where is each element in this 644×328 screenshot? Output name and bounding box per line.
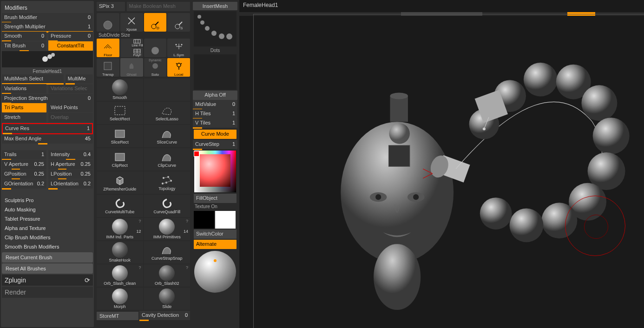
sphere-view-tool[interactable] <box>144 39 167 57</box>
v-aperture-slider[interactable]: V Aperture 0.25 <box>2 160 46 169</box>
color-picker[interactable] <box>194 150 237 193</box>
reset-all-brushes-button[interactable]: Reset All Brushes <box>2 263 93 274</box>
smooth-slider[interactable]: Smooth 0 <box>2 32 46 41</box>
lsym-tool[interactable]: L.Sym <box>167 39 190 57</box>
brush-morph[interactable]: Morph <box>97 288 143 310</box>
brush-imm-primitives[interactable]: ?14IMM Primitives <box>144 218 191 240</box>
weld-points-button[interactable]: Weld Points <box>48 103 93 112</box>
overlap-button[interactable]: Overlap <box>48 113 93 122</box>
midvalue-slider[interactable]: MidValue 0 <box>193 100 237 109</box>
lposition-slider[interactable]: LPosition 0.25 <box>48 170 93 179</box>
htiles-slider[interactable]: H Tiles 1 <box>193 109 237 118</box>
mesh-thumbnail[interactable] <box>2 51 93 67</box>
brush-clipcurve[interactable]: ClipCurve <box>144 148 191 171</box>
curve-mode-button[interactable]: Curve Mode <box>194 130 237 139</box>
reset-current-brush-button[interactable]: Reset Current Brush <box>2 252 93 262</box>
ghost-tool[interactable]: Ghost <box>120 58 143 77</box>
curve-step-slider[interactable]: CurveStep 1 <box>193 140 237 149</box>
help-icon[interactable]: ? <box>186 265 188 270</box>
brush-smooth[interactable]: Smooth <box>97 79 143 101</box>
gorientation-slider[interactable]: GOrientation 0.2 <box>2 179 46 189</box>
projection-strength-slider[interactable]: Projection Strength 0 <box>2 94 93 103</box>
multimesh-select-r[interactable]: MultiMe <box>66 74 93 84</box>
brush-selectrect[interactable]: SelectRect <box>97 102 143 124</box>
curve-res-slider[interactable]: Curve Res 1 <box>3 124 92 133</box>
material-sphere[interactable] <box>194 251 236 293</box>
brush-curvequadfill[interactable]: CurveQuadFill <box>144 195 191 217</box>
switch-color-button[interactable]: SwitchColor <box>194 230 237 239</box>
solo-tool[interactable]: Dynamic Solo <box>144 58 167 77</box>
brush-selectlasso[interactable]: SelectLasso <box>144 102 191 124</box>
auto-masking-section[interactable]: Auto Masking <box>2 205 93 214</box>
linefill-polyf-tool[interactable]: Line Fill PolyF <box>120 39 143 57</box>
brush-zremesherguide[interactable]: ZRemesherGuide <box>97 171 143 194</box>
fill-object-button[interactable]: FillObject <box>194 194 237 203</box>
vtiles-slider[interactable]: V Tiles 1 <box>193 118 237 128</box>
tablet-pressure-section[interactable]: Tablet Pressure <box>2 214 93 223</box>
texture-swatch-black[interactable] <box>194 211 214 229</box>
alpha-texture-section[interactable]: Alpha and Texture <box>2 223 93 233</box>
intensity-slider[interactable]: Intensity 0.4 <box>48 150 93 159</box>
brush-slide[interactable]: Slide <box>144 288 191 310</box>
value: 0 <box>88 14 91 20</box>
brush-modifier-slider[interactable]: Brush Modifier 0 <box>2 13 93 22</box>
strength-multiplier-slider[interactable]: Strength Multiplier 1 <box>2 22 93 32</box>
smooth-brush-modifiers-section[interactable]: Smooth Brush Modifiers <box>2 242 93 251</box>
stroke-preview[interactable] <box>194 11 237 46</box>
brush-curvemultitube[interactable]: CurveMultiTube <box>97 195 143 217</box>
alpha-off-button[interactable]: Alpha Off <box>193 91 237 100</box>
max-bend-angle-slider[interactable]: Max Bend Angle 45 <box>2 134 93 144</box>
brush-cliprect[interactable]: ClipRect <box>97 148 143 171</box>
brush-topology[interactable]: Topology <box>144 171 191 194</box>
tilt-brush-slider[interactable]: Tilt Brush 0 <box>2 41 46 51</box>
brush-slicerect[interactable]: SliceRect <box>97 125 143 147</box>
edit-d-tool[interactable]: D <box>144 13 167 32</box>
brush-curvestrapsnap[interactable]: CurveStrapSnap <box>144 241 191 263</box>
multimesh-select-slider[interactable]: MultiMesh Select <box>2 74 64 84</box>
local-tool[interactable]: Local <box>167 58 190 77</box>
store-mt-button[interactable]: StoreMT <box>97 312 138 320</box>
pressure-slider[interactable]: Pressure 0 <box>48 32 93 41</box>
svg-point-45 <box>593 118 630 154</box>
viewport-3d[interactable] <box>253 14 644 328</box>
h-aperture-slider[interactable]: H Aperture 0.25 <box>48 160 93 169</box>
alpha-preview[interactable] <box>194 54 237 90</box>
svg-point-35 <box>390 92 407 99</box>
transp-tool[interactable]: Transp <box>97 58 119 77</box>
color-swatch[interactable] <box>194 151 199 157</box>
variations-slider[interactable]: Variations <box>2 84 46 93</box>
floor-tool[interactable]: Floor <box>97 39 119 57</box>
cavity-detection-slider[interactable]: Cavity Detection 0 <box>139 311 190 320</box>
sculptris-pro-section[interactable]: Sculptris Pro <box>2 196 93 205</box>
insert-mesh-button[interactable]: InsertMesh <box>193 2 237 10</box>
xpose-tool[interactable]: Xpose <box>120 13 143 32</box>
brush-imm-ind--parts[interactable]: ?12IMM Ind. Parts <box>97 218 143 240</box>
texture-swatch-white[interactable] <box>215 211 236 229</box>
make-boolean-mesh-button[interactable]: Make Boolean Mesh <box>127 2 190 11</box>
help-icon[interactable]: ? <box>138 265 141 270</box>
clip-brush-modifiers-section[interactable]: Clip Brush Modifiers <box>2 233 93 242</box>
brush-slicecurve[interactable]: SliceCurve <box>144 125 191 147</box>
svg-rect-20 <box>115 106 125 115</box>
variations-select[interactable]: Variations Selec <box>48 84 93 93</box>
gposition-slider[interactable]: GPosition 0.25 <box>2 170 46 179</box>
brush-snakehook[interactable]: SnakeHook <box>97 241 143 263</box>
lorientation-slider[interactable]: LOrientation 0.2 <box>48 179 93 189</box>
spix-slider[interactable]: SPix 3 <box>97 2 125 11</box>
render-header[interactable]: Render <box>2 287 93 298</box>
help-icon[interactable]: ? <box>186 219 188 223</box>
edit-s-tool[interactable]: S <box>167 13 190 32</box>
sphere-tool[interactable] <box>97 13 119 32</box>
stretch-button[interactable]: Stretch <box>2 113 46 122</box>
trails-slider[interactable]: Trails 1 <box>2 150 46 159</box>
constant-tilt-button[interactable]: ConstantTilt <box>48 41 93 51</box>
brush-orb-slash02[interactable]: ?Orb_Slash02 <box>144 264 191 287</box>
brush-orb-slash-clean[interactable]: ?Orb_Slash_clean <box>97 264 143 287</box>
zplugin-header[interactable]: Zplugin ⟳ <box>2 275 93 286</box>
refresh-icon[interactable]: ⟳ <box>85 276 90 284</box>
help-icon[interactable]: ? <box>138 219 141 223</box>
alternate-button[interactable]: Alternate <box>194 240 237 249</box>
tri-parts-button[interactable]: Tri Parts <box>2 103 46 112</box>
modifiers-header[interactable]: Modifiers <box>2 3 93 13</box>
brush-blank[interactable] <box>144 79 191 101</box>
